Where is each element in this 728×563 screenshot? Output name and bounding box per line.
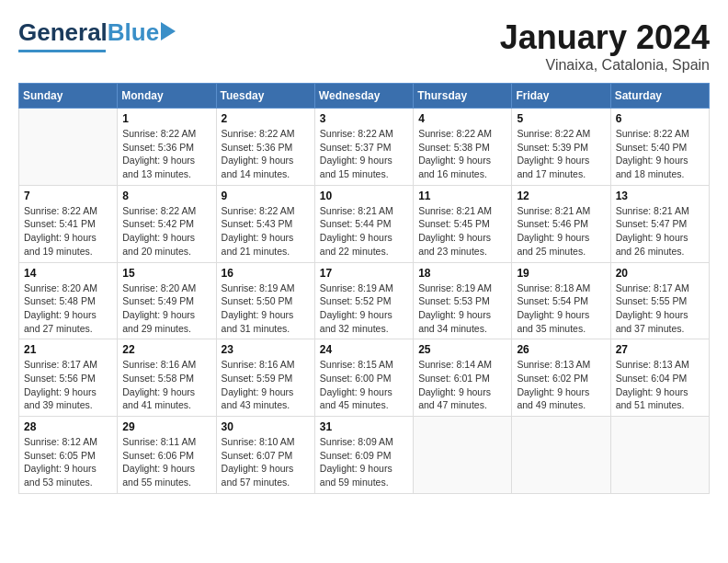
day-number: 19: [517, 267, 605, 280]
day-info: Sunrise: 8:21 AM Sunset: 5:45 PM Dayligh…: [418, 204, 506, 259]
day-info: Sunrise: 8:21 AM Sunset: 5:44 PM Dayligh…: [320, 204, 408, 259]
calendar-day-cell: 19Sunrise: 8:18 AM Sunset: 5:54 PM Dayli…: [512, 262, 610, 339]
day-info: Sunrise: 8:19 AM Sunset: 5:53 PM Dayligh…: [418, 282, 506, 336]
calendar-day-cell: 28Sunrise: 8:12 AM Sunset: 6:05 PM Dayli…: [19, 417, 118, 494]
day-number: 21: [24, 343, 112, 356]
calendar-day-cell: 18Sunrise: 8:19 AM Sunset: 5:53 PM Dayli…: [414, 262, 512, 339]
page-header: GeneralBlue January 2024 Vinaixa, Catalo…: [18, 18, 710, 74]
calendar-day-cell: 4Sunrise: 8:22 AM Sunset: 5:38 PM Daylig…: [414, 109, 512, 186]
day-number: 2: [222, 112, 310, 125]
day-number: 10: [320, 190, 408, 202]
day-number: 1: [122, 112, 210, 125]
day-number: 25: [418, 343, 506, 356]
day-number: 31: [320, 420, 408, 433]
day-info: Sunrise: 8:21 AM Sunset: 5:47 PM Dayligh…: [616, 204, 704, 259]
title-block: January 2024 Vinaixa, Catalonia, Spain: [500, 18, 710, 74]
calendar-day-cell: 7Sunrise: 8:22 AM Sunset: 5:41 PM Daylig…: [19, 185, 118, 262]
day-number: 23: [222, 343, 310, 356]
day-info: Sunrise: 8:11 AM Sunset: 6:06 PM Dayligh…: [122, 435, 210, 489]
calendar-week-row: 14Sunrise: 8:20 AM Sunset: 5:48 PM Dayli…: [19, 262, 710, 339]
svg-marker-0: [161, 22, 176, 40]
calendar-day-cell: [512, 417, 610, 494]
calendar-day-cell: 21Sunrise: 8:17 AM Sunset: 5:56 PM Dayli…: [19, 339, 118, 417]
calendar-body: 1Sunrise: 8:22 AM Sunset: 5:36 PM Daylig…: [19, 109, 710, 494]
day-number: 14: [24, 267, 112, 280]
day-info: Sunrise: 8:22 AM Sunset: 5:41 PM Dayligh…: [24, 204, 112, 259]
calendar-day-cell: 29Sunrise: 8:11 AM Sunset: 6:06 PM Dayli…: [118, 417, 216, 494]
calendar-table: SundayMondayTuesdayWednesdayThursdayFrid…: [18, 83, 710, 494]
day-info: Sunrise: 8:13 AM Sunset: 6:04 PM Dayligh…: [616, 358, 704, 412]
day-info: Sunrise: 8:22 AM Sunset: 5:39 PM Dayligh…: [517, 127, 605, 181]
day-info: Sunrise: 8:09 AM Sunset: 6:09 PM Dayligh…: [320, 435, 408, 489]
day-number: 7: [24, 190, 112, 202]
day-info: Sunrise: 8:16 AM Sunset: 5:58 PM Dayligh…: [122, 358, 210, 412]
calendar-day-cell: 15Sunrise: 8:20 AM Sunset: 5:49 PM Dayli…: [118, 262, 216, 339]
calendar-day-cell: [610, 417, 709, 494]
day-info: Sunrise: 8:20 AM Sunset: 5:49 PM Dayligh…: [122, 282, 210, 336]
calendar-day-cell: 6Sunrise: 8:22 AM Sunset: 5:40 PM Daylig…: [610, 109, 709, 186]
day-number: 12: [517, 190, 605, 202]
calendar-day-cell: 22Sunrise: 8:16 AM Sunset: 5:58 PM Dayli…: [118, 339, 216, 417]
day-number: 9: [222, 190, 310, 202]
day-number: 18: [418, 267, 506, 280]
calendar-day-cell: 2Sunrise: 8:22 AM Sunset: 5:36 PM Daylig…: [216, 109, 314, 186]
day-number: 6: [616, 112, 704, 125]
day-number: 16: [222, 267, 310, 280]
calendar-day-cell: 5Sunrise: 8:22 AM Sunset: 5:39 PM Daylig…: [512, 109, 610, 186]
day-number: 20: [616, 267, 704, 280]
calendar-day-cell: 30Sunrise: 8:10 AM Sunset: 6:07 PM Dayli…: [216, 417, 314, 494]
calendar-day-cell: 9Sunrise: 8:22 AM Sunset: 5:43 PM Daylig…: [216, 185, 314, 262]
day-info: Sunrise: 8:19 AM Sunset: 5:52 PM Dayligh…: [320, 282, 408, 336]
logo-arrow-icon: [161, 22, 176, 40]
calendar-week-row: 1Sunrise: 8:22 AM Sunset: 5:36 PM Daylig…: [19, 109, 710, 186]
calendar-week-row: 7Sunrise: 8:22 AM Sunset: 5:41 PM Daylig…: [19, 185, 710, 262]
day-info: Sunrise: 8:17 AM Sunset: 5:56 PM Dayligh…: [24, 358, 112, 412]
calendar-day-cell: 24Sunrise: 8:15 AM Sunset: 6:00 PM Dayli…: [314, 339, 413, 417]
page-title: January 2024: [500, 18, 710, 57]
day-info: Sunrise: 8:14 AM Sunset: 6:01 PM Dayligh…: [418, 358, 506, 412]
day-info: Sunrise: 8:10 AM Sunset: 6:07 PM Dayligh…: [222, 435, 310, 489]
day-info: Sunrise: 8:22 AM Sunset: 5:37 PM Dayligh…: [320, 127, 408, 181]
calendar-day-cell: 26Sunrise: 8:13 AM Sunset: 6:02 PM Dayli…: [512, 339, 610, 417]
calendar-day-cell: 27Sunrise: 8:13 AM Sunset: 6:04 PM Dayli…: [610, 339, 709, 417]
day-info: Sunrise: 8:22 AM Sunset: 5:43 PM Dayligh…: [222, 204, 310, 259]
day-number: 13: [616, 190, 704, 202]
calendar-header: SundayMondayTuesdayWednesdayThursdayFrid…: [19, 84, 710, 109]
logo-blue: Blue: [108, 18, 159, 46]
weekday-header-wednesday: Wednesday: [314, 84, 413, 109]
day-info: Sunrise: 8:18 AM Sunset: 5:54 PM Dayligh…: [517, 282, 605, 336]
page-subtitle: Vinaixa, Catalonia, Spain: [500, 57, 710, 74]
weekday-header-thursday: Thursday: [414, 84, 512, 109]
calendar-day-cell: 12Sunrise: 8:21 AM Sunset: 5:46 PM Dayli…: [512, 185, 610, 262]
calendar-day-cell: 11Sunrise: 8:21 AM Sunset: 5:45 PM Dayli…: [414, 185, 512, 262]
calendar-week-row: 21Sunrise: 8:17 AM Sunset: 5:56 PM Dayli…: [19, 339, 710, 417]
calendar-day-cell: 23Sunrise: 8:16 AM Sunset: 5:59 PM Dayli…: [216, 339, 314, 417]
day-number: 26: [517, 343, 605, 356]
day-number: 4: [418, 112, 506, 125]
calendar-day-cell: 31Sunrise: 8:09 AM Sunset: 6:09 PM Dayli…: [314, 417, 413, 494]
day-info: Sunrise: 8:21 AM Sunset: 5:46 PM Dayligh…: [517, 204, 605, 259]
calendar-day-cell: 16Sunrise: 8:19 AM Sunset: 5:50 PM Dayli…: [216, 262, 314, 339]
calendar-day-cell: [19, 109, 118, 186]
calendar-week-row: 28Sunrise: 8:12 AM Sunset: 6:05 PM Dayli…: [19, 417, 710, 494]
weekday-header-monday: Monday: [118, 84, 216, 109]
weekday-header-tuesday: Tuesday: [216, 84, 314, 109]
weekday-header-sunday: Sunday: [19, 84, 118, 109]
day-info: Sunrise: 8:22 AM Sunset: 5:40 PM Dayligh…: [616, 127, 704, 181]
day-number: 17: [320, 267, 408, 280]
calendar-day-cell: 14Sunrise: 8:20 AM Sunset: 5:48 PM Dayli…: [19, 262, 118, 339]
day-info: Sunrise: 8:20 AM Sunset: 5:48 PM Dayligh…: [24, 282, 112, 336]
day-info: Sunrise: 8:15 AM Sunset: 6:00 PM Dayligh…: [320, 358, 408, 412]
day-number: 8: [122, 190, 210, 202]
day-number: 5: [517, 112, 605, 125]
day-number: 11: [418, 190, 506, 202]
logo: GeneralBlue: [18, 18, 159, 52]
calendar-day-cell: [414, 417, 512, 494]
day-info: Sunrise: 8:22 AM Sunset: 5:36 PM Dayligh…: [222, 127, 310, 181]
day-info: Sunrise: 8:17 AM Sunset: 5:55 PM Dayligh…: [616, 282, 704, 336]
calendar-day-cell: 17Sunrise: 8:19 AM Sunset: 5:52 PM Dayli…: [314, 262, 413, 339]
day-info: Sunrise: 8:16 AM Sunset: 5:59 PM Dayligh…: [222, 358, 310, 412]
calendar-day-cell: 3Sunrise: 8:22 AM Sunset: 5:37 PM Daylig…: [314, 109, 413, 186]
day-number: 24: [320, 343, 408, 356]
weekday-header-saturday: Saturday: [610, 84, 709, 109]
